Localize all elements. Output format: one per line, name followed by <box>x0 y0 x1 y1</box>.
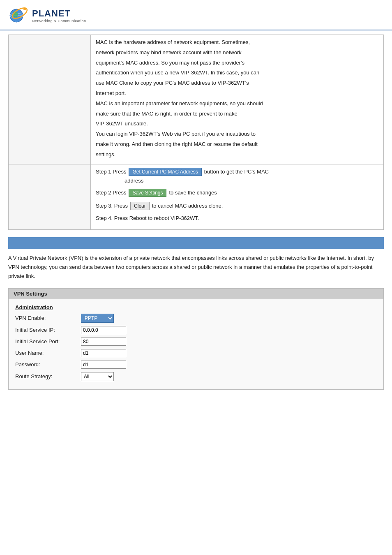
mac-description-text: MAC is the hardware address of network e… <box>96 38 378 159</box>
logo-sub-text: Networking & Communication <box>32 19 86 23</box>
step4-text: Step 4. Press Reboot to reboot VIP-362WT… <box>96 215 199 221</box>
route-strategy-select[interactable]: All None <box>81 372 114 381</box>
vpn-settings-body: Administration VPN Enable: PPTP L2TP IPS… <box>9 299 383 389</box>
mac-steps-cell: Step 1 Press Get Current PC MAC Address … <box>91 164 384 229</box>
logo-text-area: PLANET Networking & Communication <box>32 8 86 23</box>
mac-steps-row: Step 1 Press Get Current PC MAC Address … <box>9 164 384 229</box>
vpn-banner <box>8 237 384 249</box>
clear-button[interactable]: Clear <box>130 202 150 210</box>
step3-prefix: Step 3. Press <box>96 203 128 209</box>
vpn-enable-row: VPN Enable: PPTP L2TP IPSec <box>15 314 377 323</box>
step2-suffix: to save the changes <box>169 190 217 196</box>
logo-planet-text: PLANET <box>32 8 86 19</box>
vpn-description: A Virtual Private Network (VPN) is the e… <box>8 254 384 281</box>
mac-steps-left-cell <box>9 164 91 229</box>
mac-desc-1: MAC is the hardware address of network e… <box>96 38 378 47</box>
user-name-input[interactable] <box>81 349 126 357</box>
vpn-settings-panel: VPN Settings Administration VPN Enable: … <box>8 288 384 390</box>
mac-info-table: MAC is the hardware address of network e… <box>8 35 384 230</box>
password-input[interactable] <box>81 361 126 369</box>
mac-description-row: MAC is the hardware address of network e… <box>9 35 384 164</box>
initial-service-port-row: Initial Service Port: <box>15 338 377 346</box>
initial-service-ip-label: Initial Service IP: <box>15 327 81 333</box>
initial-service-ip-row: Initial Service IP: <box>15 326 377 334</box>
step3-row: Step 3. Press Clear to cancel MAC addres… <box>96 202 378 210</box>
step2-prefix: Step 2 Press <box>96 190 126 196</box>
mac-desc-10: You can login VIP-362WT's Web via PC por… <box>96 130 378 139</box>
logo-area: PLANET Networking & Communication <box>8 5 384 26</box>
mac-desc-5: use MAC Clone to copy your PC's MAC addr… <box>96 79 378 88</box>
mac-desc-4: authentication when you use a new VIP-36… <box>96 69 378 77</box>
password-row: Password: <box>15 361 377 369</box>
initial-service-ip-input[interactable] <box>81 326 126 334</box>
vpn-settings-header: VPN Settings <box>9 289 383 299</box>
mac-desc-11: make it wrong. And then cloning the righ… <box>96 140 378 149</box>
step4-row: Step 4. Press Reboot to reboot VIP-362WT… <box>96 215 378 221</box>
mac-desc-12: settings. <box>96 150 378 159</box>
route-strategy-label: Route Strategy: <box>15 373 81 379</box>
svg-point-5 <box>23 8 26 10</box>
administration-label: Administration <box>15 304 377 310</box>
step2-row: Step 2 Press Save Settings to save the c… <box>96 189 378 197</box>
user-name-row: User Name: <box>15 349 377 357</box>
vpn-enable-select[interactable]: PPTP L2TP IPSec <box>81 314 114 323</box>
save-settings-button[interactable]: Save Settings <box>129 189 166 197</box>
mac-desc-8: make sure that the MAC is right, in orde… <box>96 110 378 118</box>
step1-address-suffix: address <box>125 178 378 184</box>
route-strategy-row: Route Strategy: All None <box>15 372 377 381</box>
step1-prefix: Step 1 Press <box>96 169 126 175</box>
step3-suffix: to cancel MAC address clone. <box>152 203 223 209</box>
step1-row: Step 1 Press Get Current PC MAC Address … <box>96 168 378 176</box>
initial-service-port-label: Initial Service Port: <box>15 338 81 345</box>
mac-desc-2: network providers may bind network accou… <box>96 49 378 57</box>
mac-desc-9: VIP-362WT unusable. <box>96 120 378 128</box>
password-label: Password: <box>15 361 81 368</box>
mac-left-cell <box>9 35 91 164</box>
mac-desc-6: Internet port. <box>96 89 378 98</box>
page-header: PLANET Networking & Communication <box>0 0 392 30</box>
get-current-pc-mac-button[interactable]: Get Current PC MAC Address <box>129 168 201 176</box>
initial-service-port-input[interactable] <box>81 338 126 346</box>
vpn-enable-label: VPN Enable: <box>15 315 81 321</box>
mac-right-cell: MAC is the hardware address of network e… <box>91 35 384 164</box>
step1-suffix: button to get the PC's MAC <box>204 169 269 175</box>
user-name-label: User Name: <box>15 350 81 356</box>
planet-logo-icon <box>8 5 30 26</box>
mac-desc-7: MAC is an important parameter for networ… <box>96 99 378 108</box>
mac-desc-3: equipment's MAC address. So you may not … <box>96 59 378 67</box>
main-content: MAC is the hardware address of network e… <box>0 30 392 402</box>
